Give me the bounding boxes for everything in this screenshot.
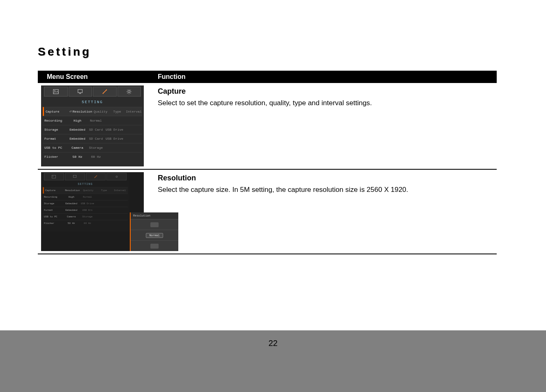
setting-table: Menu Screen Function [38,71,497,254]
svg-point-1 [54,90,55,92]
section-title: Setting [38,45,546,58]
popup-option-label [150,222,159,227]
modal-dimmer [41,172,129,232]
popup-option[interactable] [131,219,178,230]
settings-row-value: USB Drive [105,128,124,131]
header-function: Function [158,71,497,83]
function-cell: Resolution Select the capture size. In 5… [158,169,497,254]
function-cell: Capture Select to set the capture resolu… [158,83,497,169]
popup-option[interactable] [131,240,178,251]
settings-screenshot-resolution: SETTING CaptureResolutionQualityTypeInte… [41,172,144,251]
function-title: Resolution [158,174,497,182]
settings-row-value: Interval [125,110,142,113]
svg-point-4 [102,93,103,94]
settings-row[interactable]: Capture⏎ResolutionQualityTypeInterval [43,107,142,116]
enter-icon: ⏎ [69,110,71,114]
settings-row-label: Format [43,137,68,141]
settings-row-value: 60 Hz [87,155,105,159]
settings-row-value: High [68,119,87,122]
settings-row-value: SD Card [87,128,105,131]
settings-rows: Capture⏎ResolutionQualityTypeIntervalRec… [41,107,144,161]
settings-row-value: Type [109,110,126,113]
settings-row-value: Storage [87,146,105,150]
function-description: Select the capture size. In 5M setting, … [158,185,497,195]
svg-point-5 [106,90,107,90]
settings-heading: SETTING [41,98,144,107]
svg-point-6 [128,90,130,92]
svg-line-12 [130,93,131,93]
gear-icon [126,89,132,95]
display-icon [77,89,83,95]
tab-display-icon[interactable] [69,87,92,97]
settings-row-label: Recording [43,119,68,122]
settings-row-label: Storage [43,128,68,131]
popup-title: Resolution [131,212,178,219]
settings-row-value: USB Drive [105,137,124,141]
header-menu-screen: Menu Screen [38,71,158,83]
settings-row-value: Embedded [68,128,87,131]
settings-row-label: Flicker [43,155,68,159]
function-description: Select to set the capture resolution, qu… [158,98,497,108]
settings-row-value: Embedded [68,137,87,141]
settings-row-value: Camera [68,146,87,150]
function-title: Capture [158,87,497,96]
settings-row-label: Capture [44,110,69,113]
tools-icon [102,89,108,95]
page-number: 22 [268,339,277,348]
settings-row[interactable]: FormatEmbeddedSD CardUSB Drive [43,134,142,143]
settings-row[interactable]: USB to PCCameraStorage [43,143,142,152]
settings-row-label: USB to PC [43,146,68,150]
picture-icon [53,89,59,95]
svg-rect-3 [80,93,81,94]
svg-rect-2 [78,90,83,93]
table-row: SETTING CaptureResolutionQualityTypeInte… [38,169,497,254]
svg-line-11 [127,90,128,90]
settings-row[interactable]: StorageEmbeddedSD CardUSB Drive [43,125,142,134]
settings-row-value: 50 Hz [68,155,87,159]
tab-image-icon[interactable] [44,87,68,97]
menu-screenshot-cell: SETTING CaptureResolutionQualityTypeInte… [38,169,158,254]
settings-row-value: ⏎Resolution [69,109,92,114]
menu-screenshot-cell: SETTING Capture⏎ResolutionQualityTypeInt… [38,83,158,169]
popup-option-label [150,244,159,249]
resolution-popup: Resolution Normal [130,212,178,251]
tab-tools-icon[interactable] [93,87,117,97]
tab-gear-icon[interactable] [117,87,141,97]
table-header-row: Menu Screen Function [38,71,497,83]
popup-option-label: Normal [146,233,163,238]
settings-row[interactable]: Flicker50 Hz60 Hz [43,152,142,161]
settings-row[interactable]: RecordingHighNormal [43,116,142,125]
page-footer: 22 [0,330,546,392]
tab-bar [41,85,144,98]
table-row: SETTING Capture⏎ResolutionQualityTypeInt… [38,83,497,169]
popup-option[interactable]: Normal [131,230,178,240]
settings-row-value: SD Card [87,137,105,141]
settings-row-value: Normal [87,119,105,122]
settings-screenshot-capture: SETTING Capture⏎ResolutionQualityTypeInt… [41,85,144,166]
svg-line-13 [127,93,128,93]
svg-line-14 [130,90,131,90]
settings-row-value: Quality [92,110,109,113]
